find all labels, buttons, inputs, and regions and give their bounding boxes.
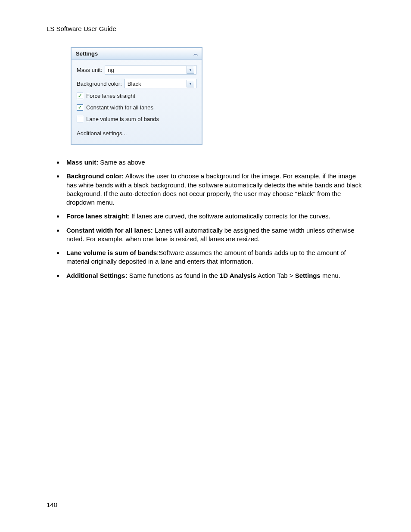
term: Force lanes straight [66,212,128,220]
list-item: Constant width for all lanes: Lanes will… [64,226,364,244]
settings-panel: Settings ︽ Mass unit: ng ▼ Background co… [71,47,202,145]
force-lanes-checkbox-row[interactable]: ✓ Force lanes straight [77,93,196,99]
bold1: 1D Analysis [220,272,256,279]
page-header: LS Software User Guide [47,25,364,32]
force-lanes-label: Force lanes straight [86,93,135,99]
page-number: 140 [47,501,57,508]
bg-color-value: Black [128,81,141,87]
checkbox-icon[interactable]: ✓ [77,93,83,99]
additional-settings-link[interactable]: Additional settings... [77,130,196,137]
chevron-down-icon[interactable]: ▼ [187,80,194,87]
list-item: Mass unit: Same as above [64,158,364,167]
mass-unit-dropdown[interactable]: ng ▼ [105,65,196,75]
list-item: Force lanes straight: If lanes are curve… [64,212,364,221]
term: Constant width for all lanes: [66,227,153,234]
p1: Same functions as found in the [128,272,220,279]
p3: menu. [321,272,340,279]
description-list: Mass unit: Same as above Background colo… [47,158,364,280]
list-item: Background color: Allows the user to cho… [64,172,364,207]
term: Additional Settings: [66,272,128,279]
term: Lane volume is sum of bands [66,249,157,256]
checkbox-icon[interactable] [77,116,83,122]
desc: : If lanes are curved, the software auto… [128,212,330,220]
bg-color-row: Background color: Black ▼ [77,79,196,88]
settings-panel-body: Mass unit: ng ▼ Background color: Black … [72,60,202,144]
checkbox-icon[interactable]: ✓ [77,104,83,111]
mass-unit-value: ng [108,67,114,73]
term: Background color: [66,172,124,180]
list-item: Lane volume is sum of bands:Software ass… [64,249,364,266]
desc: Same as above [98,159,145,166]
p2: Action Tab > [256,272,295,279]
bold2: Settings [295,272,321,279]
bg-color-label: Background color: [77,81,122,87]
settings-panel-header[interactable]: Settings ︽ [72,48,202,60]
collapse-icon[interactable]: ︽ [193,50,197,57]
lane-volume-checkbox-row[interactable]: Lane volume is sum of bands [77,116,196,122]
constant-width-label: Constant width for all lanes [86,104,153,111]
mass-unit-row: Mass unit: ng ▼ [77,65,196,75]
constant-width-checkbox-row[interactable]: ✓ Constant width for all lanes [77,104,196,111]
panel-title: Settings [76,50,98,57]
list-item: Additional Settings: Same functions as f… [64,271,364,280]
chevron-down-icon[interactable]: ▼ [187,66,194,74]
mass-unit-label: Mass unit: [77,67,102,73]
lane-volume-label: Lane volume is sum of bands [86,116,159,122]
term: Mass unit: [66,159,98,166]
bg-color-dropdown[interactable]: Black ▼ [125,79,196,88]
